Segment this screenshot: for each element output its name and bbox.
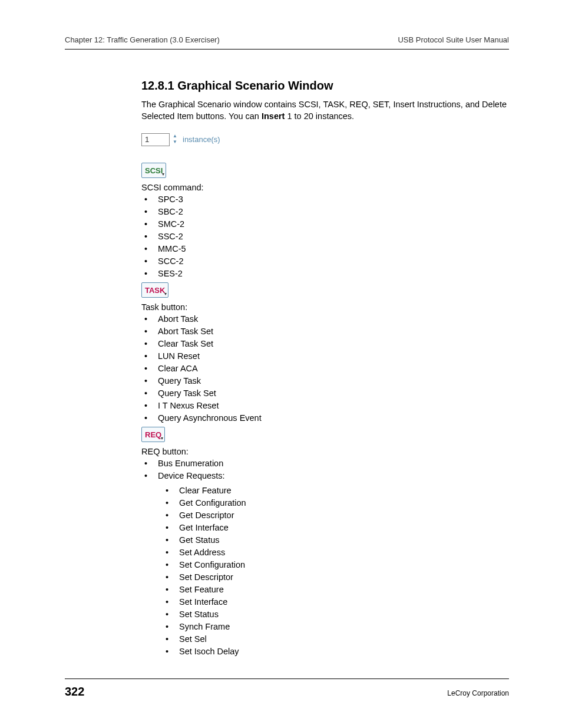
list-item: Query Task Set [141, 387, 509, 400]
list-item: Get Descriptor [163, 509, 509, 522]
page-number: 322 [65, 685, 84, 699]
list-item: Set Status [163, 608, 509, 621]
list-item: Get Configuration [163, 497, 509, 509]
intro-text-2: 1 to 20 instances. [285, 111, 354, 121]
section-title: 12.8.1 Graphical Scenario Window [141, 79, 509, 93]
req-button-label: REQ [145, 430, 161, 439]
dropdown-arrow-icon: ▾ [162, 172, 164, 177]
scsi-button-label: SCSI [145, 166, 163, 175]
dropdown-arrow-icon: ▾ [161, 436, 163, 441]
list-item: SES-2 [141, 268, 509, 280]
list-item: Set Descriptor [163, 571, 509, 584]
list-item: SMC-2 [141, 218, 509, 230]
spinner-down-icon[interactable]: ▼ [171, 140, 179, 146]
instance-control: 1 ▲ ▼ instance(s) [141, 133, 220, 146]
corporation-name: LeCroy Corporation [447, 689, 509, 697]
list-item: SPC-3 [141, 193, 509, 206]
instance-input[interactable]: 1 [141, 133, 170, 146]
list-item: Set Sel [163, 633, 509, 645]
list-item: Query Task [141, 375, 509, 387]
list-item: Abort Task Set [141, 325, 509, 338]
list-item: Get Status [163, 534, 509, 546]
list-item: Set Configuration [163, 559, 509, 571]
task-label: Task button: [141, 302, 509, 312]
list-item: I T Nexus Reset [141, 400, 509, 412]
list-item: Abort Task [141, 313, 509, 325]
header-left: Chapter 12: Traffic Generation (3.0 Exer… [65, 35, 220, 44]
req-label: REQ button: [141, 447, 509, 456]
main-content: 12.8.1 Graphical Scenario Window The Gra… [141, 79, 509, 658]
intro-paragraph: The Graphical Scenario window contains S… [141, 98, 509, 123]
req-sublist: Clear Feature Get Configuration Get Desc… [163, 485, 509, 658]
req-list: Bus Enumeration Device Requests: [141, 457, 509, 482]
list-item: Clear Feature [163, 485, 509, 497]
list-item: Query Asynchronous Event [141, 412, 509, 424]
list-item: Synch Frame [163, 621, 509, 633]
dropdown-arrow-icon: ▾ [164, 291, 167, 297]
list-item: SBC-2 [141, 206, 509, 218]
list-item: Set Interface [163, 596, 509, 608]
list-item: SSC-2 [141, 230, 509, 243]
list-item: Clear ACA [141, 363, 509, 375]
list-item: Device Requests: [141, 470, 509, 482]
list-item: Set Isoch Delay [163, 645, 509, 658]
page-footer: 322 LeCroy Corporation [65, 678, 509, 699]
list-item: SCC-2 [141, 255, 509, 268]
req-button[interactable]: REQ ▾ [141, 427, 165, 442]
list-item: Bus Enumeration [141, 457, 509, 470]
list-item: Get Interface [163, 522, 509, 534]
task-button-label: TASK [145, 286, 165, 295]
task-button[interactable]: TASK ▾ [141, 282, 168, 298]
scsi-list: SPC-3 SBC-2 SMC-2 SSC-2 MMC-5 SCC-2 SES-… [141, 193, 509, 280]
list-item: LUN Reset [141, 350, 509, 363]
list-item: Clear Task Set [141, 338, 509, 350]
scsi-label: SCSI command: [141, 183, 509, 192]
header-right: USB Protocol Suite User Manual [398, 35, 509, 44]
list-item: Set Address [163, 546, 509, 559]
list-item: Set Feature [163, 584, 509, 596]
page-header: Chapter 12: Traffic Generation (3.0 Exer… [65, 35, 509, 50]
instance-spinner[interactable]: ▲ ▼ [171, 134, 179, 146]
instance-label: instance(s) [183, 135, 220, 144]
list-item: MMC-5 [141, 243, 509, 255]
intro-bold: Insert [262, 111, 285, 121]
task-list: Abort Task Abort Task Set Clear Task Set… [141, 313, 509, 424]
scsi-button[interactable]: SCSI ▾ [141, 163, 166, 178]
